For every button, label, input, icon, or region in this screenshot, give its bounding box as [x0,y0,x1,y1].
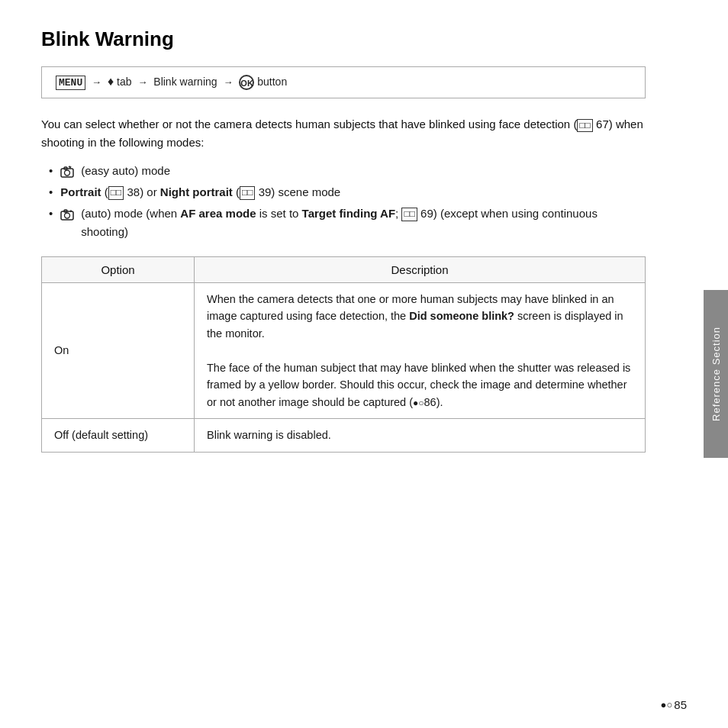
col1-header: Option [42,256,195,282]
ref-box-3: □□ [240,186,256,200]
intro-text-1: You can select whether or not the camera… [41,118,577,130]
bullet-item-3: • A (auto) mode (when AF area mode is se… [49,205,646,241]
did-someone-blink-label: Did someone blink? [409,310,514,322]
side-tab-text: Reference Section [710,327,722,421]
arrow-3: → [223,76,233,88]
option-on: On [42,282,195,418]
col2-header: Description [195,256,646,282]
table-row-on: On When the camera detects that one or m… [42,282,646,418]
svg-text:A: A [70,209,72,213]
bullet-list: • (easy auto) mode • Portrait (□□ 38) or… [41,162,646,241]
bullet-icon-1 [60,162,76,180]
options-table: Option Description On When the camera de… [41,256,646,453]
bullet-text-3: (auto) mode (when AF area mode is set to… [81,205,646,241]
ref-box-2: □□ [108,186,124,200]
page-number: 85 [674,698,687,711]
bullet-item-1: • (easy auto) mode [49,162,646,180]
portrait-label: Portrait [60,185,101,198]
page-icon: ●○ [661,699,673,710]
desc-off: Blink warning is disabled. [195,419,646,452]
bullet-dot-2: • [49,183,53,201]
side-tab: Reference Section [704,290,728,458]
svg-point-4 [65,213,70,218]
desc-on: When the camera detects that one or more… [195,282,646,418]
tab-label: tab [117,76,134,88]
bullet-text-2: Portrait (□□ 38) or Night portrait (□□ 3… [60,183,340,201]
easy-auto-icon [60,166,74,178]
table-row-off: Off (default setting) Blink warning is d… [42,419,646,452]
af-area-label: AF area mode [180,207,256,220]
page-number-area: ●○ 85 [661,698,687,711]
tab-icon: ♦ [108,75,114,88]
intro-text: You can select whether or not the camera… [41,115,646,151]
menu-path-box: MENU → ♦ tab → Blink warning → OK button [41,66,646,98]
menu-item: Blink warning [153,76,217,88]
arrow-1: → [92,76,101,88]
target-finding-label: Target finding AF [302,207,395,220]
button-label: button [257,76,287,88]
auto-mode-icon: A [60,208,74,221]
bullet-dot-1: • [49,162,53,180]
page-ref-icon-on: ●○ [413,398,424,408]
bullet-text-1: (easy auto) mode [81,162,170,180]
ref-box-1: □□ [577,119,593,133]
ref-box-4: □□ [401,208,417,221]
ok-button-icon: OK [239,75,254,90]
night-portrait-label: Night portrait [160,185,233,198]
menu-keyword: MENU [56,76,85,90]
bullet-item-2: • Portrait (□□ 38) or Night portrait (□□… [49,183,646,201]
bullet-dot-3: • [49,205,53,223]
page-title: Blink Warning [41,27,646,51]
bullet-icon-3: A [60,205,76,223]
option-off: Off (default setting) [42,419,195,452]
arrow-2: → [137,76,147,88]
svg-point-1 [65,170,70,176]
